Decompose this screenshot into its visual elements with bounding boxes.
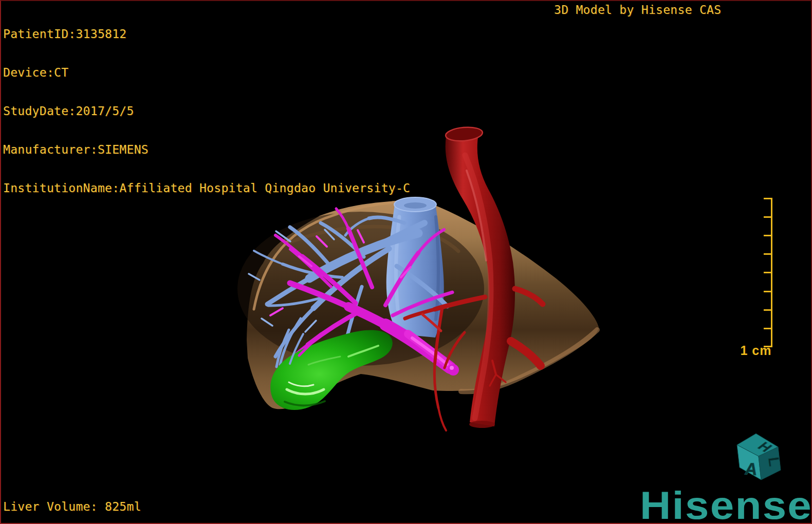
device-line: Device:CT xyxy=(3,66,410,79)
liver-volume-label: Liver Volume: 825ml xyxy=(3,500,141,513)
patient-id-line: PatientID:3135812 xyxy=(3,28,410,41)
scale-bar-label: 1 cm xyxy=(740,343,772,358)
cube-letter-right: L xyxy=(765,456,783,467)
viewer-window: H A L PatientID:3135812 Device:CT StudyD… xyxy=(0,0,812,524)
orientation-cube[interactable]: H A L xyxy=(737,434,783,480)
scale-bar xyxy=(764,198,772,347)
manufacturer-line: Manufacturer:SIEMENS xyxy=(3,143,410,156)
brand-logo: Hisense xyxy=(640,486,812,524)
institution-line: InstitutionName:Affiliated Hospital Qing… xyxy=(3,182,410,195)
patient-info-block: PatientID:3135812 Device:CT StudyDate:20… xyxy=(3,2,410,220)
watermark-text: 3D Model by Hisense CAS xyxy=(554,3,721,16)
study-date-line: StudyDate:2017/5/5 xyxy=(3,105,410,118)
